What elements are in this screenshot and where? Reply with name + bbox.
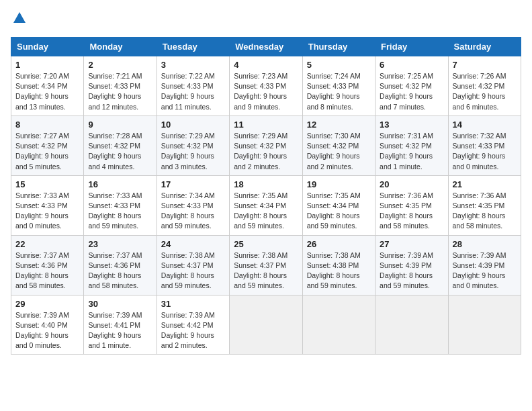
day-number: 18: [234, 179, 298, 189]
calendar-cell: 7 Sunrise: 7:26 AMSunset: 4:32 PMDayligh…: [448, 56, 521, 116]
calendar-cell: 4 Sunrise: 7:23 AMSunset: 4:33 PMDayligh…: [230, 56, 302, 116]
day-info: Sunrise: 7:28 AMSunset: 4:32 PMDaylight:…: [88, 132, 142, 171]
day-number: 4: [234, 60, 298, 70]
calendar-cell: 27 Sunrise: 7:39 AMSunset: 4:39 PMDaylig…: [375, 235, 448, 295]
day-number: 11: [234, 120, 298, 130]
day-info: Sunrise: 7:26 AMSunset: 4:32 PMDaylight:…: [453, 72, 506, 111]
day-number: 12: [307, 120, 371, 130]
calendar-cell: 8 Sunrise: 7:27 AMSunset: 4:32 PMDayligh…: [11, 116, 84, 175]
calendar-cell: [302, 295, 375, 355]
day-number: 30: [88, 299, 152, 309]
day-number: 27: [380, 239, 443, 249]
calendar-cell: 5 Sunrise: 7:24 AMSunset: 4:33 PMDayligh…: [302, 56, 375, 116]
day-info: Sunrise: 7:20 AMSunset: 4:34 PMDaylight:…: [15, 72, 69, 111]
calendar-cell: 11 Sunrise: 7:29 AMSunset: 4:32 PMDaylig…: [230, 116, 302, 175]
day-number: 1: [15, 60, 79, 70]
day-info: Sunrise: 7:37 AMSunset: 4:36 PMDaylight:…: [15, 251, 69, 290]
day-info: Sunrise: 7:22 AMSunset: 4:33 PMDaylight:…: [161, 72, 215, 111]
day-number: 3: [161, 60, 225, 70]
logo: [11, 11, 27, 29]
day-info: Sunrise: 7:34 AMSunset: 4:33 PMDaylight:…: [161, 191, 215, 230]
calendar-cell: 19 Sunrise: 7:35 AMSunset: 4:34 PMDaylig…: [302, 175, 375, 235]
calendar-cell: 13 Sunrise: 7:31 AMSunset: 4:32 PMDaylig…: [375, 116, 448, 175]
day-info: Sunrise: 7:37 AMSunset: 4:36 PMDaylight:…: [88, 251, 142, 290]
calendar-weekday-header: Wednesday: [230, 38, 302, 56]
calendar-cell: 6 Sunrise: 7:25 AMSunset: 4:32 PMDayligh…: [375, 56, 448, 116]
calendar-cell: 28 Sunrise: 7:39 AMSunset: 4:39 PMDaylig…: [448, 235, 521, 295]
calendar-cell: [375, 295, 448, 355]
calendar-cell: 3 Sunrise: 7:22 AMSunset: 4:33 PMDayligh…: [157, 56, 229, 116]
calendar-week-row: 29 Sunrise: 7:39 AMSunset: 4:40 PMDaylig…: [11, 295, 521, 355]
day-info: Sunrise: 7:33 AMSunset: 4:33 PMDaylight:…: [15, 191, 69, 230]
day-number: 9: [88, 120, 152, 130]
day-number: 26: [307, 239, 371, 249]
day-info: Sunrise: 7:35 AMSunset: 4:34 PMDaylight:…: [307, 191, 361, 230]
calendar-cell: 20 Sunrise: 7:36 AMSunset: 4:35 PMDaylig…: [375, 175, 448, 235]
calendar-weekday-header: Sunday: [11, 38, 84, 56]
day-number: 17: [161, 179, 225, 189]
svg-marker-0: [13, 12, 26, 23]
day-number: 2: [88, 60, 152, 70]
day-number: 5: [307, 60, 371, 70]
day-info: Sunrise: 7:36 AMSunset: 4:35 PMDaylight:…: [453, 191, 506, 230]
day-info: Sunrise: 7:39 AMSunset: 4:41 PMDaylight:…: [88, 311, 142, 350]
day-info: Sunrise: 7:27 AMSunset: 4:32 PMDaylight:…: [15, 132, 69, 171]
day-info: Sunrise: 7:21 AMSunset: 4:33 PMDaylight:…: [88, 72, 142, 111]
calendar-cell: 15 Sunrise: 7:33 AMSunset: 4:33 PMDaylig…: [11, 175, 84, 235]
day-info: Sunrise: 7:30 AMSunset: 4:32 PMDaylight:…: [307, 132, 361, 171]
day-number: 24: [161, 239, 225, 249]
calendar-week-row: 8 Sunrise: 7:27 AMSunset: 4:32 PMDayligh…: [11, 116, 521, 175]
day-info: Sunrise: 7:39 AMSunset: 4:39 PMDaylight:…: [380, 251, 433, 290]
day-info: Sunrise: 7:32 AMSunset: 4:33 PMDaylight:…: [453, 132, 506, 171]
calendar-table: SundayMondayTuesdayWednesdayThursdayFrid…: [11, 37, 521, 355]
calendar-week-row: 22 Sunrise: 7:37 AMSunset: 4:36 PMDaylig…: [11, 235, 521, 295]
day-info: Sunrise: 7:39 AMSunset: 4:39 PMDaylight:…: [453, 251, 506, 290]
calendar-cell: 17 Sunrise: 7:34 AMSunset: 4:33 PMDaylig…: [157, 175, 229, 235]
day-number: 22: [15, 239, 79, 249]
day-number: 31: [161, 299, 225, 309]
day-number: 14: [453, 120, 517, 130]
day-number: 29: [15, 299, 79, 309]
day-number: 21: [453, 179, 517, 189]
calendar-cell: 24 Sunrise: 7:38 AMSunset: 4:37 PMDaylig…: [157, 235, 229, 295]
day-number: 16: [88, 179, 152, 189]
day-info: Sunrise: 7:38 AMSunset: 4:37 PMDaylight:…: [161, 251, 215, 290]
day-info: Sunrise: 7:39 AMSunset: 4:40 PMDaylight:…: [15, 311, 69, 350]
day-number: 7: [453, 60, 517, 70]
day-info: Sunrise: 7:39 AMSunset: 4:42 PMDaylight:…: [161, 311, 215, 350]
day-info: Sunrise: 7:38 AMSunset: 4:37 PMDaylight:…: [234, 251, 287, 290]
calendar-cell: 1 Sunrise: 7:20 AMSunset: 4:34 PMDayligh…: [11, 56, 84, 116]
calendar-cell: 31 Sunrise: 7:39 AMSunset: 4:42 PMDaylig…: [157, 295, 229, 355]
page-header: [11, 11, 521, 29]
day-number: 10: [161, 120, 225, 130]
calendar-cell: 9 Sunrise: 7:28 AMSunset: 4:32 PMDayligh…: [84, 116, 157, 175]
calendar-weekday-header: Thursday: [302, 38, 375, 56]
calendar-cell: 29 Sunrise: 7:39 AMSunset: 4:40 PMDaylig…: [11, 295, 84, 355]
day-info: Sunrise: 7:31 AMSunset: 4:32 PMDaylight:…: [380, 132, 433, 171]
calendar-weekday-header: Saturday: [448, 38, 521, 56]
calendar-cell: 30 Sunrise: 7:39 AMSunset: 4:41 PMDaylig…: [84, 295, 157, 355]
calendar-weekday-header: Tuesday: [157, 38, 229, 56]
calendar-cell: 22 Sunrise: 7:37 AMSunset: 4:36 PMDaylig…: [11, 235, 84, 295]
logo-icon: [12, 11, 27, 26]
calendar-cell: 26 Sunrise: 7:38 AMSunset: 4:38 PMDaylig…: [302, 235, 375, 295]
day-info: Sunrise: 7:29 AMSunset: 4:32 PMDaylight:…: [161, 132, 215, 171]
calendar-week-row: 1 Sunrise: 7:20 AMSunset: 4:34 PMDayligh…: [11, 56, 521, 116]
calendar-weekday-header: Friday: [375, 38, 448, 56]
calendar-cell: [448, 295, 521, 355]
day-number: 6: [380, 60, 443, 70]
calendar-cell: [230, 295, 302, 355]
day-number: 20: [380, 179, 443, 189]
calendar-cell: 14 Sunrise: 7:32 AMSunset: 4:33 PMDaylig…: [448, 116, 521, 175]
calendar-cell: 23 Sunrise: 7:37 AMSunset: 4:36 PMDaylig…: [84, 235, 157, 295]
calendar-header-row: SundayMondayTuesdayWednesdayThursdayFrid…: [11, 38, 521, 56]
day-number: 13: [380, 120, 443, 130]
day-info: Sunrise: 7:23 AMSunset: 4:33 PMDaylight:…: [234, 72, 287, 111]
day-number: 19: [307, 179, 371, 189]
day-number: 25: [234, 239, 298, 249]
day-info: Sunrise: 7:35 AMSunset: 4:34 PMDaylight:…: [234, 191, 287, 230]
day-number: 15: [15, 179, 79, 189]
calendar-cell: 16 Sunrise: 7:33 AMSunset: 4:33 PMDaylig…: [84, 175, 157, 235]
day-info: Sunrise: 7:29 AMSunset: 4:32 PMDaylight:…: [234, 132, 287, 171]
calendar-cell: 10 Sunrise: 7:29 AMSunset: 4:32 PMDaylig…: [157, 116, 229, 175]
